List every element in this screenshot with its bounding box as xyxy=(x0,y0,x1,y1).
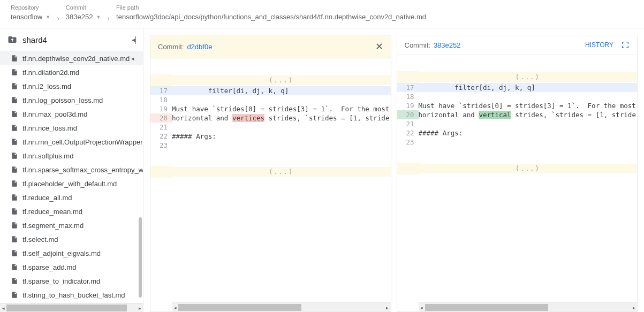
breadcrumb-commit-label: Commit xyxy=(66,4,101,11)
file-item[interactable]: tf.placeholder_with_default.md xyxy=(0,177,143,191)
file-icon xyxy=(11,249,18,257)
file-icon xyxy=(11,277,18,285)
file-item-label: tf.nn.nce_loss.md xyxy=(22,124,77,132)
sidebar-vertical-scrollbar[interactable] xyxy=(138,51,143,303)
commit-hash-link[interactable]: d2dbf0e xyxy=(187,43,212,51)
scroll-right-icon[interactable]: ▸ xyxy=(137,303,143,312)
code-content-left[interactable]: (...) 17 filter[di, dj, k, q] 18 19Must … xyxy=(150,58,391,302)
code-content-right[interactable]: (...) 17 filter[di, dj, k, q] 18 19Must … xyxy=(397,55,638,302)
diff-header-right: Commit: 383e252 HISTORY xyxy=(397,35,638,55)
scroll-right-icon[interactable]: ▸ xyxy=(384,303,391,311)
fullscreen-icon[interactable] xyxy=(621,41,630,49)
history-link[interactable]: HISTORY xyxy=(585,41,613,49)
code-line: 23 xyxy=(150,141,391,150)
code-line: 17 filter[di, dj, k, q] xyxy=(150,86,391,95)
file-item-label: tf.nn.rnn_cell.OutputProjectionWrapper.m… xyxy=(22,138,143,146)
file-icon xyxy=(11,291,18,299)
file-list[interactable]: tf.nn.depthwise_conv2d_native.mdtf.nn.di… xyxy=(0,51,143,303)
file-icon xyxy=(11,96,18,104)
collapse-sidebar-icon[interactable]: ◂| xyxy=(132,35,135,44)
file-item[interactable]: tf.self_adjoint_eigvals.md xyxy=(0,246,143,260)
code-line: 22##### Args: xyxy=(150,132,391,141)
file-item[interactable]: tf.nn.sparse_softmax_cross_entropy_with_… xyxy=(0,163,143,177)
file-item[interactable]: tf.nn.depthwise_conv2d_native.md xyxy=(0,51,143,65)
folder-up-icon[interactable] xyxy=(7,35,17,44)
file-item[interactable]: tf.nn.dilation2d.md xyxy=(0,65,143,79)
file-item-label: tf.string_to_hash_bucket_fast.md xyxy=(22,291,125,299)
file-tree-sidebar: shard4 ◂| tf.nn.depthwise_conv2d_native.… xyxy=(0,28,143,312)
scroll-left-icon[interactable]: ◂ xyxy=(172,303,178,311)
file-icon xyxy=(11,207,18,216)
code-horizontal-scrollbar[interactable]: ◂ ▸ xyxy=(419,302,638,311)
breadcrumb-filepath[interactable]: File path tensorflow/g3doc/api_docs/pyth… xyxy=(116,4,426,21)
file-item-label: tf.nn.log_poisson_loss.md xyxy=(22,96,103,104)
scroll-left-icon[interactable]: ◂ xyxy=(0,303,6,312)
breadcrumb-repo-value: tensorflow xyxy=(11,13,42,21)
code-line: 23 xyxy=(397,138,638,147)
sidebar-folder-title: shard4 xyxy=(22,35,132,44)
commit-label: Commit: xyxy=(158,43,184,51)
collapsed-marker[interactable]: (...) xyxy=(150,74,391,86)
file-item-label: tf.select.md xyxy=(22,235,58,243)
file-icon xyxy=(11,221,18,230)
file-item[interactable]: tf.reduce_all.md xyxy=(0,191,143,204)
code-line: 19Must have `strides[0] = strides[3] = 1… xyxy=(150,104,391,113)
file-item[interactable]: tf.nn.l2_loss.md xyxy=(0,79,143,93)
file-item[interactable]: tf.select.md xyxy=(0,232,143,246)
chevron-right-icon: › xyxy=(107,14,110,22)
file-icon xyxy=(11,138,18,146)
file-item[interactable]: tf.nn.nce_loss.md xyxy=(0,121,143,135)
code-horizontal-scrollbar[interactable]: ◂ ▸ xyxy=(172,302,391,311)
breadcrumb-repository[interactable]: Repository tensorflow ▼ xyxy=(11,4,50,21)
commit-label: Commit: xyxy=(405,41,430,49)
chevron-right-icon: › xyxy=(57,14,59,22)
file-item[interactable]: tf.sparse_to_indicator.md xyxy=(0,274,143,288)
file-icon xyxy=(11,110,18,118)
code-line: 22##### Args: xyxy=(397,128,638,138)
diff-pane-right: Commit: 383e252 HISTORY (...) 17 filter[… xyxy=(397,35,638,312)
breadcrumb-path-label: File path xyxy=(116,4,426,11)
breadcrumb-commit[interactable]: Commit 383e252 ▼ xyxy=(66,4,101,21)
file-item-label: tf.reduce_mean.md xyxy=(22,208,82,216)
file-item-label: tf.nn.depthwise_conv2d_native.md xyxy=(22,55,130,63)
collapsed-marker[interactable]: (...) xyxy=(150,166,391,178)
file-icon xyxy=(11,82,18,90)
file-item-label: tf.nn.softplus.md xyxy=(22,152,73,160)
file-item[interactable]: tf.nn.log_poisson_loss.md xyxy=(0,93,143,107)
code-line-added: 20horizontal and vertical strides, `stri… xyxy=(397,110,638,119)
diff-pane-left: Commit: d2dbf0e ✕ (...) 17 filter[di, dj… xyxy=(150,35,391,312)
commit-hash-link[interactable]: 383e252 xyxy=(434,41,461,49)
collapsed-marker[interactable]: (...) xyxy=(397,163,638,174)
scroll-right-icon[interactable]: ▸ xyxy=(631,303,637,311)
file-item[interactable]: tf.nn.max_pool3d.md xyxy=(0,107,143,121)
chevron-down-icon[interactable]: ▼ xyxy=(96,14,101,20)
file-item[interactable]: tf.sparse_add.md xyxy=(0,260,143,274)
scroll-left-icon[interactable]: ◂ xyxy=(419,303,425,311)
file-icon xyxy=(11,54,18,63)
file-item[interactable]: tf.string_to_hash_bucket_fast.md xyxy=(0,288,143,302)
code-line-deleted: 20horizontal and vertices strides, `stri… xyxy=(150,113,391,123)
file-item-label: tf.nn.l2_loss.md xyxy=(22,82,71,90)
file-icon xyxy=(11,124,18,132)
file-item-label: tf.segment_max.md xyxy=(22,222,84,230)
file-icon xyxy=(11,151,18,160)
chevron-down-icon[interactable]: ▼ xyxy=(46,14,50,20)
file-icon xyxy=(11,193,18,202)
file-item[interactable]: tf.reduce_mean.md xyxy=(0,204,143,218)
file-item[interactable]: tf.segment_max.md xyxy=(0,218,143,232)
file-item-label: tf.nn.max_pool3d.md xyxy=(22,110,87,118)
file-item[interactable]: tf.nn.softplus.md xyxy=(0,149,143,163)
collapsed-marker[interactable]: (...) xyxy=(397,71,638,83)
sidebar-header: shard4 ◂| xyxy=(0,28,143,51)
file-icon xyxy=(11,68,18,77)
file-item[interactable]: tf.nn.rnn_cell.OutputProjectionWrapper.m… xyxy=(0,135,143,149)
sidebar-horizontal-scrollbar[interactable]: ◂ ▸ xyxy=(0,303,143,312)
file-icon xyxy=(11,235,18,243)
code-line: 18 xyxy=(397,92,638,101)
code-line: 18 xyxy=(150,95,391,104)
file-item-label: tf.sparse_to_indicator.md xyxy=(22,277,100,285)
breadcrumb-bar: Repository tensorflow ▼ › Commit 383e252… xyxy=(0,0,644,28)
close-icon[interactable]: ✕ xyxy=(375,41,383,52)
file-item-label: tf.placeholder_with_default.md xyxy=(22,180,117,188)
breadcrumb-repo-label: Repository xyxy=(11,4,50,11)
